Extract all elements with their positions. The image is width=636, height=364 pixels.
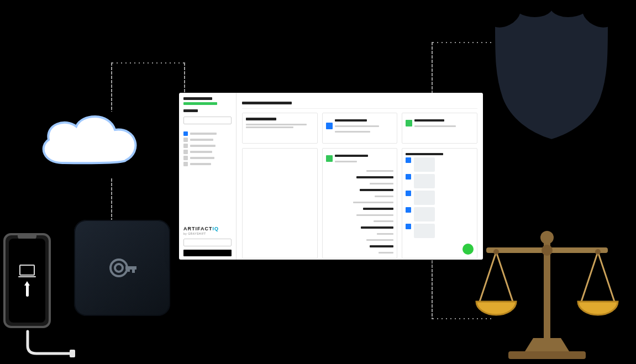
svg-point-2 <box>115 264 123 272</box>
connector <box>431 41 433 94</box>
cable <box>25 331 64 361</box>
dashboard-window: ARTIFACTIQ by GRAYSHIFT <box>179 93 483 260</box>
connector <box>431 260 433 319</box>
cloud-icon <box>32 108 148 178</box>
svg-rect-7 <box>544 242 550 340</box>
svg-rect-5 <box>128 266 130 272</box>
footer-input[interactable] <box>183 239 232 246</box>
sidebar-item[interactable] <box>183 162 232 166</box>
panel <box>242 148 318 259</box>
laptop-icon <box>19 265 35 276</box>
scales-of-justice-icon <box>470 199 624 364</box>
svg-point-1 <box>111 260 127 276</box>
search-input[interactable] <box>183 117 232 124</box>
svg-point-8 <box>540 231 554 244</box>
graykey-device-icon <box>74 220 170 316</box>
connector <box>111 178 113 222</box>
workflow-diagram: ARTIFACTIQ by GRAYSHIFT <box>0 0 636 364</box>
list-item[interactable] <box>406 224 474 238</box>
connector <box>111 62 113 112</box>
sidebar-item[interactable] <box>183 150 232 154</box>
sidebar-item[interactable] <box>183 138 232 142</box>
panel <box>242 113 318 144</box>
svg-rect-4 <box>132 266 135 273</box>
svg-line-11 <box>480 252 496 302</box>
brand-subtitle: by GRAYSHIFT <box>183 232 232 235</box>
svg-point-13 <box>493 249 499 255</box>
connector <box>431 41 497 44</box>
sidebar-item[interactable] <box>183 131 232 136</box>
phone-icon <box>3 233 51 328</box>
connector <box>183 62 186 93</box>
key-icon <box>106 251 139 284</box>
police-badge-icon <box>491 6 612 141</box>
svg-line-14 <box>581 252 598 302</box>
list-item[interactable] <box>406 207 474 221</box>
svg-line-15 <box>598 252 614 302</box>
list-item[interactable] <box>406 191 474 205</box>
svg-rect-0 <box>70 350 75 357</box>
svg-rect-6 <box>508 351 586 359</box>
list-item[interactable] <box>406 174 474 188</box>
brand-logo: ARTIFACTIQ <box>183 226 232 231</box>
panel <box>402 148 477 259</box>
sidebar: ARTIFACTIQ by GRAYSHIFT <box>179 93 236 260</box>
panel <box>402 113 477 144</box>
list-item[interactable] <box>406 157 474 172</box>
panel <box>322 113 398 144</box>
sidebar-item[interactable] <box>183 156 232 160</box>
footer-button[interactable] <box>183 250 232 256</box>
sidebar-item[interactable] <box>183 144 232 148</box>
svg-point-10 <box>542 245 553 256</box>
panel <box>322 148 398 259</box>
content-header <box>242 97 477 109</box>
connector <box>111 62 185 64</box>
svg-point-16 <box>595 249 601 255</box>
svg-line-12 <box>496 252 513 302</box>
